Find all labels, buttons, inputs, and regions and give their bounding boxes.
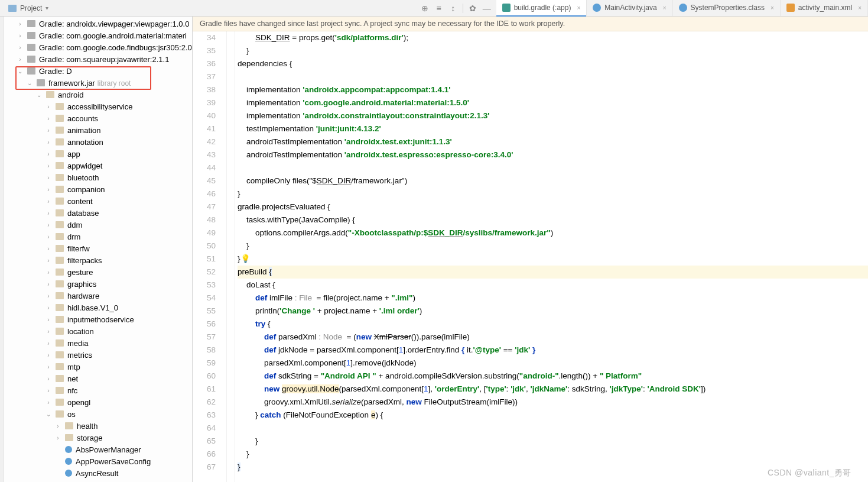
code-line[interactable]: compileOnly files("$SDK_DIR/framework.ja… (238, 174, 868, 187)
tree-arrow-icon[interactable] (45, 399, 52, 406)
tree-arrow-icon[interactable] (54, 435, 61, 441)
close-icon[interactable]: × (858, 5, 862, 11)
tree-arrow-icon[interactable] (45, 151, 52, 157)
code-line[interactable]: def sdkString = "Android API " + android… (238, 370, 868, 383)
tree-row[interactable]: net (4, 373, 192, 384)
tree-arrow-icon[interactable] (45, 281, 52, 287)
tree-arrow-icon[interactable] (17, 44, 24, 51)
tree-arrow-icon[interactable] (45, 186, 52, 193)
code-line[interactable]: } (238, 240, 868, 253)
code-line[interactable]: androidTestImplementation 'androidx.test… (238, 135, 868, 148)
sort-icon[interactable]: ≡ (434, 4, 444, 13)
editor-tab[interactable]: activity_main.xml× (781, 0, 868, 16)
tree-arrow-icon[interactable] (45, 328, 52, 335)
editor-tab[interactable]: SystemProperties.class× (673, 0, 781, 16)
code-line[interactable] (238, 70, 868, 83)
tree-row[interactable]: framework.jarlibrary root (4, 77, 192, 89)
code-line[interactable]: }💡 (238, 253, 868, 266)
tree-row[interactable]: AsyncResult (4, 467, 192, 479)
tree-row[interactable]: appwidget (4, 160, 192, 172)
code-line[interactable]: } (238, 187, 868, 200)
tree-arrow-icon[interactable] (17, 68, 24, 75)
code-line[interactable]: dependencies { (238, 57, 868, 70)
code-line[interactable]: def parsedXml : Node = (new XmlParser())… (238, 331, 868, 344)
fold-column[interactable] (227, 31, 235, 482)
code-line[interactable]: SDK_DIR = props.get('sdk/platforms.dir')… (238, 31, 868, 44)
tree-row[interactable]: filterfw (4, 242, 192, 254)
tree-arrow-icon[interactable] (45, 352, 52, 358)
tree-row[interactable]: media (4, 337, 192, 349)
tree-row[interactable]: location (4, 325, 192, 337)
code-line[interactable]: gradle.projectsEvaluated { (238, 200, 868, 213)
tree-row[interactable]: companion (4, 183, 192, 195)
code-line[interactable]: implementation 'androidx.appcompat:appco… (238, 83, 868, 96)
tree-row[interactable]: Gradle: com.google.code.findbugs:jsr305:… (4, 41, 192, 53)
tree-arrow-icon[interactable] (26, 80, 33, 86)
tree-row[interactable]: mtp (4, 361, 192, 373)
code-line[interactable]: options.compilerArgs.add("-Xbootclasspat… (238, 227, 868, 240)
code-line[interactable]: parsedXml.component[1].remove(jdkNode) (238, 357, 868, 370)
tree-row[interactable]: drm (4, 231, 192, 242)
tree-row[interactable]: opengl (4, 396, 192, 408)
tree-arrow-icon[interactable] (17, 33, 24, 39)
tree-row[interactable]: AppPowerSaveConfig (4, 455, 192, 467)
sync-banner[interactable]: Gradle files have changed since last pro… (193, 17, 868, 31)
tree-row[interactable]: content (4, 195, 192, 207)
tree-arrow-icon[interactable] (45, 257, 52, 264)
code-line[interactable]: tasks.withType(JavaCompile) { (238, 213, 868, 227)
code-line[interactable]: testImplementation 'junit:junit:4.13.2' (238, 122, 868, 135)
tree-row[interactable]: animation (4, 124, 192, 136)
tree-arrow-icon[interactable] (45, 174, 52, 181)
tree-row[interactable]: AbsPowerManager (4, 444, 192, 455)
editor-tab[interactable]: MainActivity.java× (587, 0, 672, 16)
code-line[interactable] (238, 161, 868, 174)
close-icon[interactable]: × (577, 5, 580, 11)
tree-row[interactable]: Gradle: com.squareup:javawriter:2.1.1 (4, 53, 192, 65)
tree-row[interactable]: accounts (4, 112, 192, 124)
gear-icon[interactable]: ✿ (468, 4, 477, 13)
tree-row[interactable]: filterpacks (4, 254, 192, 266)
collapse-icon[interactable]: ↕ (448, 4, 458, 13)
tree-arrow-icon[interactable] (45, 198, 52, 205)
hide-icon[interactable]: — (482, 4, 492, 13)
code-line[interactable]: } (238, 435, 868, 448)
tree-row[interactable]: os (4, 408, 192, 420)
tree-arrow-icon[interactable] (45, 387, 52, 394)
tree-arrow-icon[interactable] (45, 269, 52, 276)
code-line[interactable]: groovy.xml.XmlUtil.serialize(parsedXml, … (238, 396, 868, 409)
tree-arrow-icon[interactable] (45, 222, 52, 228)
tree-row[interactable]: ddm (4, 219, 192, 231)
tree-arrow-icon[interactable] (45, 127, 52, 134)
tree-arrow-icon[interactable] (45, 293, 52, 299)
project-selector[interactable]: Project ▾ (4, 4, 110, 12)
project-tree[interactable]: Gradle: androidx.viewpager:viewpager:1.0… (4, 17, 193, 482)
code-area[interactable]: 3435363738394041424344454647484950515253… (193, 31, 868, 482)
tree-row[interactable]: Gradle: androidx.viewpager:viewpager:1.0… (4, 18, 192, 30)
code-line[interactable]: try { (238, 318, 868, 331)
tree-row[interactable]: gesture (4, 266, 192, 278)
tree-arrow-icon[interactable] (45, 411, 52, 418)
code-line[interactable]: androidTestImplementation 'androidx.test… (238, 148, 868, 161)
close-icon[interactable]: × (771, 5, 774, 11)
tree-arrow-icon[interactable] (45, 305, 52, 311)
tree-row[interactable]: android (4, 89, 192, 101)
tree-row[interactable]: Gradle: com.google.android.material:mate… (4, 30, 192, 41)
tree-row[interactable]: annotation (4, 136, 192, 148)
tree-arrow-icon[interactable] (45, 115, 52, 122)
tree-arrow-icon[interactable] (45, 316, 52, 323)
code-line[interactable]: def jdkNode = parsedXml.component[1].ord… (238, 344, 868, 357)
tree-row[interactable]: hidl.base.V1_0 (4, 302, 192, 313)
tree-arrow-icon[interactable] (45, 364, 52, 370)
tree-row[interactable]: database (4, 207, 192, 219)
code-line[interactable]: implementation 'androidx.constraintlayou… (238, 109, 868, 122)
tree-row[interactable]: accessibilityservice (4, 101, 192, 112)
tree-arrow-icon[interactable] (45, 103, 52, 110)
tree-row[interactable]: app (4, 148, 192, 160)
code-line[interactable]: } catch (FileNotFoundException e) { (238, 409, 868, 422)
code-line[interactable]: preBuild { (238, 266, 868, 279)
tree-arrow-icon[interactable] (45, 234, 52, 240)
tree-row[interactable]: health (4, 420, 192, 432)
code-line[interactable] (238, 422, 868, 435)
code-line[interactable]: new groovy.util.Node(parsedXml.component… (238, 383, 868, 396)
tree-row[interactable]: graphics (4, 278, 192, 290)
